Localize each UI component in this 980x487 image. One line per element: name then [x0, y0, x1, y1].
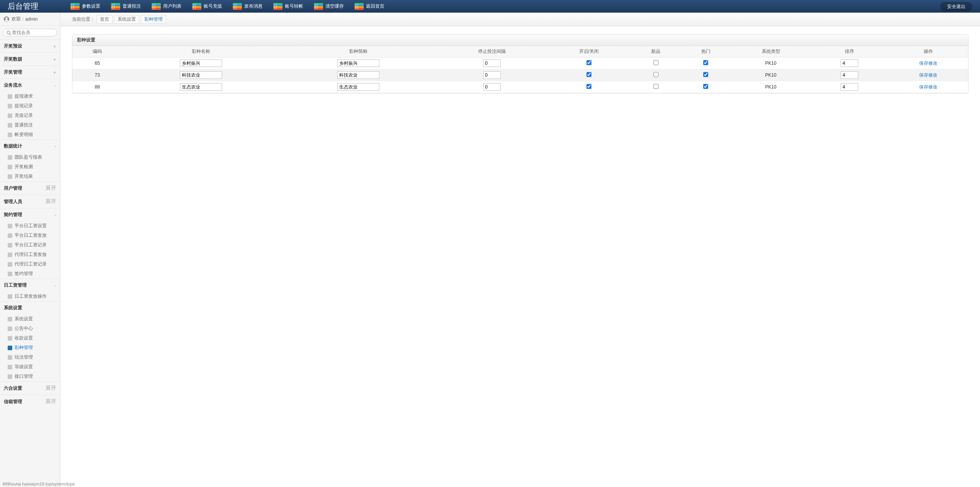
nav-group-1[interactable]: 开奖数据+	[0, 52, 60, 66]
open-checkbox[interactable]	[586, 60, 591, 65]
short-input[interactable]	[337, 59, 379, 67]
user-icon	[4, 16, 9, 22]
topnav-item-1[interactable]: 普通投注	[106, 0, 146, 13]
topnav-item-3[interactable]: 账号充值	[187, 0, 227, 13]
hot-checkbox[interactable]	[703, 72, 708, 77]
nav-item[interactable]: 公告中心	[0, 324, 60, 333]
breadcrumb-prefix: 当前位置：	[72, 16, 95, 23]
col-header-5: 新品	[631, 46, 681, 57]
nav-item-label: 团队盈亏报表	[15, 154, 42, 161]
nav-item[interactable]: 提现记录	[0, 101, 60, 111]
name-input[interactable]	[180, 59, 222, 67]
topnav-item-5[interactable]: 账号转帐	[268, 0, 309, 13]
nav-group-7[interactable]: 契约管理-	[0, 208, 60, 221]
topnav-label: 参数设置	[82, 3, 100, 10]
nav-item-label: 代理日工资记录	[15, 261, 47, 267]
nav-item[interactable]: 接口管理	[0, 372, 60, 381]
topnav-item-2[interactable]: 用户列表	[146, 0, 187, 13]
breadcrumb-home[interactable]: 首页	[96, 15, 113, 24]
chart-icon	[273, 3, 283, 10]
nav-item[interactable]: 收款设置	[0, 333, 60, 343]
new-checkbox[interactable]	[653, 84, 658, 89]
nav-item[interactable]: 团队盈亏报表	[0, 152, 60, 162]
nav-item[interactable]: 平台日工资记录	[0, 240, 60, 250]
nav-item[interactable]: 代理日工资记录	[0, 259, 60, 269]
nav-item[interactable]: 开奖结果	[0, 172, 60, 181]
nav-item[interactable]: 彩种管理	[0, 343, 60, 353]
col-header-7: 系统类型	[731, 46, 811, 57]
nav-group-11[interactable]: 信箱管理展开	[0, 395, 60, 408]
nav-item[interactable]: 代理日工资发放	[0, 250, 60, 259]
nav-item[interactable]: 玩法管理	[0, 353, 60, 362]
nav-item[interactable]: 提现请求	[0, 92, 60, 101]
breadcrumb-system[interactable]: 系统设置	[114, 15, 139, 24]
hot-checkbox[interactable]	[703, 84, 708, 89]
chart-icon	[314, 3, 323, 10]
table-row: 73PK10保存修改	[72, 69, 968, 81]
menu-icon	[8, 374, 12, 379]
nav-item[interactable]: 签约管理	[0, 269, 60, 279]
nav-group-0[interactable]: 开奖预设+	[0, 39, 60, 52]
nav-item-label: 玩法管理	[15, 354, 33, 361]
new-checkbox[interactable]	[653, 60, 658, 65]
search-icon	[7, 31, 10, 34]
nav-group-10[interactable]: 六合设置展开	[0, 381, 60, 395]
nav-item[interactable]: 日工资发放操作	[0, 292, 60, 301]
new-checkbox[interactable]	[653, 72, 658, 77]
col-header-2: 彩种简称	[279, 46, 437, 57]
logout-button[interactable]: 安全退出	[940, 2, 972, 11]
chart-icon	[354, 3, 364, 10]
stop-input[interactable]	[483, 59, 501, 67]
short-input[interactable]	[337, 71, 379, 79]
nav-group-3[interactable]: 业务流水-	[0, 79, 60, 92]
sort-input[interactable]	[841, 71, 858, 79]
nav-group-5[interactable]: 用户管理展开	[0, 181, 60, 195]
nav-group-8[interactable]: 日工资管理-	[0, 279, 60, 292]
topnav-item-0[interactable]: 参数设置	[65, 0, 106, 13]
welcome-row: 欢迎： admin	[0, 13, 60, 26]
nav-item[interactable]: 平台日工资设置	[0, 221, 60, 231]
nav-item[interactable]: 普通投注	[0, 120, 60, 130]
menu-icon	[8, 123, 12, 128]
save-link[interactable]: 保存修改	[919, 84, 938, 90]
nav-group-6[interactable]: 管理人员展开	[0, 195, 60, 208]
nav-item[interactable]: 平台日工资发放	[0, 231, 60, 240]
status-bar: 489houtai.haiwaiym19.top/system/type	[0, 481, 77, 487]
nav-item[interactable]: 开奖检测	[0, 162, 60, 172]
topnav-item-4[interactable]: 发布消息	[227, 0, 268, 13]
stop-input[interactable]	[483, 83, 501, 91]
search-input[interactable]	[12, 30, 54, 35]
nav-group-9[interactable]: 系统设置	[0, 301, 60, 314]
nav-group-title-text: 系统设置	[4, 305, 22, 311]
name-input[interactable]	[180, 71, 222, 79]
open-checkbox[interactable]	[586, 84, 591, 89]
panel-title: 彩种设置	[72, 34, 968, 46]
nav-item[interactable]: 帐变明细	[0, 130, 60, 139]
nav-group-2[interactable]: 开奖管理+	[0, 66, 60, 79]
nav-item[interactable]: 系统设置	[0, 314, 60, 324]
nav-item-label: 开奖结果	[15, 173, 33, 180]
sort-input[interactable]	[841, 83, 858, 91]
nav-group-4[interactable]: 数据统计-	[0, 139, 60, 152]
short-input[interactable]	[337, 83, 379, 91]
search-box[interactable]	[3, 29, 57, 36]
stop-input[interactable]	[483, 71, 501, 79]
save-link[interactable]: 保存修改	[919, 61, 938, 66]
topnav-item-6[interactable]: 清空缓存	[309, 0, 349, 13]
breadcrumb-current[interactable]: 彩种管理	[141, 15, 166, 24]
nav-group-title-text: 六合设置	[4, 385, 22, 392]
nav-item-label: 开奖检测	[15, 164, 33, 170]
save-link[interactable]: 保存修改	[919, 72, 938, 78]
topnav-item-7[interactable]: 返回首页	[349, 0, 390, 13]
welcome-label: 欢迎：	[11, 16, 25, 22]
topnav-label: 账号充值	[204, 3, 222, 10]
app-logo: 后台管理	[0, 1, 65, 11]
name-input[interactable]	[180, 83, 222, 91]
open-checkbox[interactable]	[586, 72, 591, 77]
sort-input[interactable]	[841, 59, 858, 67]
hot-checkbox[interactable]	[703, 60, 708, 65]
menu-icon	[8, 155, 12, 160]
nav-item-label: 等级设置	[15, 364, 33, 370]
nav-item[interactable]: 等级设置	[0, 362, 60, 372]
nav-item[interactable]: 充值记录	[0, 111, 60, 120]
